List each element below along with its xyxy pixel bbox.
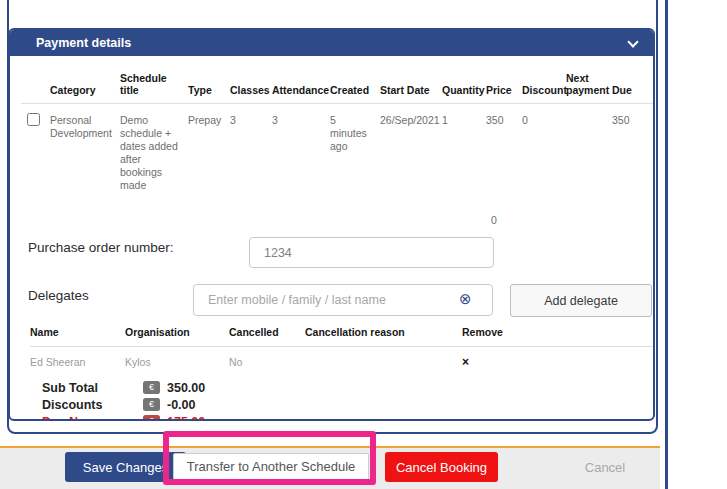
cell-category: Personal Development [47, 104, 117, 193]
save-changes-button[interactable]: Save Changes [65, 452, 186, 482]
delegate-search-input[interactable] [193, 284, 493, 316]
schedule-total-discount: 0 [491, 214, 509, 226]
col-start-date: Start Date [377, 72, 439, 104]
cell-due: 350 [609, 104, 655, 193]
delegate-row: Ed Sheeran Kylos No × [30, 347, 655, 370]
cell-classes: 3 [227, 104, 269, 193]
clear-search-icon[interactable]: ⊗ [459, 291, 472, 306]
schedule-table: Category Schedule title Type Classes Att… [21, 72, 655, 192]
col-schedule-title: Schedule title [117, 72, 185, 104]
col-discount: Discount [519, 72, 563, 104]
cell-price: 350 [483, 104, 519, 193]
col-classes: Classes [227, 72, 269, 104]
cancel-button[interactable]: Cancel [560, 452, 650, 482]
cell-attendance: 3 [269, 104, 327, 193]
delegates-table: Name Organisation Cancelled Cancellation… [30, 326, 655, 369]
col-cancellation-reason: Cancellation reason [305, 326, 462, 347]
schedule-row-checkbox[interactable] [27, 113, 40, 126]
col-next-payment: Next payment [563, 72, 609, 104]
cancel-booking-button[interactable]: Cancel Booking [385, 452, 498, 482]
col-price: Price [483, 72, 519, 104]
cell-quantity: 1 [439, 104, 483, 193]
cell-created: 5 minutes ago [327, 104, 377, 193]
col-due: Due [609, 72, 655, 104]
euro-badge-icon: € [143, 415, 160, 421]
col-select [21, 72, 47, 104]
col-organisation: Organisation [125, 326, 229, 347]
col-created: Created [327, 72, 377, 104]
cell-delegate-organisation: Kylos [125, 347, 229, 370]
col-category: Category [47, 72, 117, 104]
discounts-value: -0.00 [167, 398, 196, 412]
cell-type: Prepay [185, 104, 227, 193]
discounts-label: Discounts [42, 398, 143, 412]
viewport-right-border [665, 0, 668, 489]
due-now-row: Due Now € 175.00 [42, 413, 205, 421]
col-quantity: Quantity [439, 72, 483, 104]
transfer-schedule-button[interactable]: Transfer to Another Schedule [173, 453, 369, 480]
discounts-row: Discounts € -0.00 [42, 396, 205, 413]
euro-badge-icon: € [143, 381, 160, 394]
add-delegate-button[interactable]: Add delegate [510, 284, 652, 317]
due-now-label: Due Now [42, 415, 143, 422]
sub-total-row: Sub Total € 350.00 [42, 379, 205, 396]
schedule-table-header-row: Category Schedule title Type Classes Att… [21, 72, 655, 104]
col-name: Name [30, 326, 125, 347]
schedule-table-row: Personal Development Demo schedule + dat… [21, 104, 655, 193]
chevron-down-icon[interactable] [627, 36, 638, 47]
cell-delegate-cancelled: No [229, 347, 305, 370]
cell-schedule-title: Demo schedule + dates added after bookin… [117, 104, 185, 193]
cell-delegate-name: Ed Sheeran [30, 347, 125, 370]
delegates-label: Delegates [28, 288, 89, 303]
col-cancelled: Cancelled [229, 326, 305, 347]
cell-delegate-cancellation-reason [305, 347, 462, 370]
col-attendance: Attendance [269, 72, 327, 104]
col-type: Type [185, 72, 227, 104]
cell-discount: 0 [519, 104, 563, 193]
sub-total-value: 350.00 [167, 381, 205, 395]
sub-total-label: Sub Total [42, 381, 143, 395]
payment-details-header[interactable]: Payment details [10, 30, 653, 56]
delegates-table-header-row: Name Organisation Cancelled Cancellation… [30, 326, 655, 347]
payment-details-panel: Payment details Category Schedule title … [8, 28, 655, 421]
remove-delegate-icon[interactable]: × [462, 347, 655, 370]
euro-badge-icon: € [143, 398, 160, 411]
cell-next-payment [563, 104, 609, 193]
cell-start-date: 26/Sep/2021 [377, 104, 439, 193]
totals-section: Sub Total € 350.00 Discounts € -0.00 Due… [42, 379, 205, 421]
purchase-order-label: Purchase order number: [28, 240, 174, 255]
col-remove: Remove [462, 326, 655, 347]
purchase-order-input[interactable] [249, 237, 494, 268]
due-now-value: 175.00 [167, 415, 205, 422]
panel-title: Payment details [36, 36, 131, 50]
